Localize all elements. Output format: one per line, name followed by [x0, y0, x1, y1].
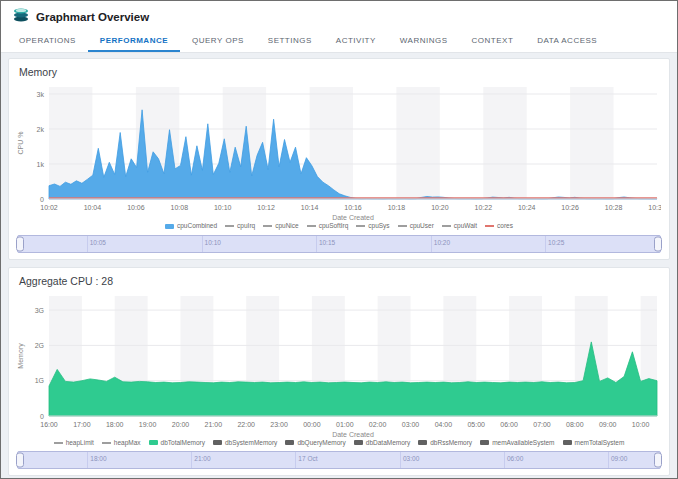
x-tick-label: 10:12: [257, 204, 275, 211]
x-tick-label: 17:00: [73, 421, 91, 428]
legend-item-dbSystemMemory[interactable]: dbSystemMemory: [213, 440, 277, 447]
tab-warnings[interactable]: WARNINGS: [388, 30, 460, 52]
x-axis-title: Date Created: [332, 214, 374, 221]
y-tick-label: 1k: [37, 161, 45, 168]
legend-marker: [102, 442, 111, 444]
x-tick-label: 06:00: [500, 421, 518, 428]
legend-item-memTotalSystem[interactable]: memTotalSystem: [563, 440, 625, 447]
legend-label: dbDataMemory: [366, 440, 410, 447]
window-header: Graphmart Overview: [1, 1, 677, 30]
y-tick-label: 1G: [35, 377, 44, 384]
y-tick-label: 0: [40, 412, 44, 419]
legend-marker: [285, 440, 294, 445]
range-label: 18:00: [90, 456, 106, 463]
tab-activity[interactable]: ACTIVITY: [324, 30, 388, 52]
legend-label: memAvailableSystem: [492, 440, 554, 447]
x-tick-label: 21:00: [205, 421, 223, 428]
legend-item-cores[interactable]: cores: [485, 223, 513, 230]
legend-item-cpuIrq[interactable]: cpuIrq: [225, 223, 255, 230]
range-label: 10:05: [90, 240, 106, 247]
range-label: 06:00: [507, 456, 523, 463]
aggregate-chart-legend: heapLimitheapMaxdbTotalMemorydbSystemMem…: [15, 440, 663, 447]
memory-chart-legend: cpuCombinedcpuIrqcpuNicecpuSoftIrqcpuSys…: [15, 223, 663, 230]
y-axis-title: Memory: [17, 342, 25, 368]
legend-marker: [213, 440, 222, 445]
y-tick-label: 3G: [35, 306, 44, 313]
tab-data-access[interactable]: DATA ACCESS: [525, 30, 609, 52]
tab-performance[interactable]: PERFORMANCE: [88, 30, 180, 52]
x-tick-label: 10:28: [605, 204, 623, 211]
x-tick-label: 20:00: [172, 421, 190, 428]
legend-item-cpuUser[interactable]: cpuUser: [398, 223, 434, 230]
graphmart-overview-window: Graphmart Overview OPERATIONSPERFORMANCE…: [0, 0, 678, 479]
page-title: Graphmart Overview: [36, 11, 149, 23]
legend-label: cpuSys: [368, 223, 389, 230]
range-handle-left[interactable]: [16, 236, 24, 251]
aggregate-memory-chart-svg[interactable]: 01G2G3G16:0017:0018:0019:0020:0021:0022:…: [15, 288, 661, 440]
y-tick-label: 2k: [37, 126, 45, 133]
x-tick-label: 00:00: [303, 421, 321, 428]
x-tick-label: 10:14: [301, 204, 319, 211]
legend-label: dbRssMemory: [430, 440, 472, 447]
legend-marker: [165, 224, 174, 229]
legend-label: cpuWait: [454, 223, 477, 230]
tab-query-ops[interactable]: QUERY OPS: [180, 30, 256, 52]
x-tick-label: 10:00: [632, 421, 650, 428]
legend-marker: [307, 225, 316, 227]
x-tick-label: 10:16: [344, 204, 362, 211]
aggregate-memory-chart[interactable]: 01G2G3G16:0017:0018:0019:0020:0021:0022:…: [15, 288, 663, 440]
x-tick-label: 10:08: [171, 204, 189, 211]
legend-label: dbTotalMemory: [161, 440, 205, 447]
range-gridline: [316, 236, 317, 252]
memory-cpu-chart[interactable]: 01k2k3k10:0210:0410:0610:0810:1010:1210:…: [15, 79, 663, 223]
x-tick-label: 16:00: [40, 421, 58, 428]
range-handle-left[interactable]: [16, 453, 24, 468]
x-tick-label: 10:24: [518, 204, 536, 211]
legend-item-dbQueryMemory[interactable]: dbQueryMemory: [285, 440, 345, 447]
legend-label: cpuCombined: [177, 223, 217, 230]
memory-cpu-chart-svg[interactable]: 01k2k3k10:0210:0410:0610:0810:1010:1210:…: [15, 79, 661, 223]
legend-marker: [263, 225, 272, 227]
legend-item-heapMax[interactable]: heapMax: [102, 440, 141, 447]
legend-item-cpuWait[interactable]: cpuWait: [442, 223, 477, 230]
legend-label: cpuIrq: [237, 223, 255, 230]
legend-marker: [54, 442, 63, 444]
legend-item-dbDataMemory[interactable]: dbDataMemory: [354, 440, 410, 447]
x-tick-label: 10:30: [648, 204, 661, 211]
legend-label: dbSystemMemory: [225, 440, 277, 447]
memory-range-selector[interactable]: 10:0510:1010:1510:2010:25: [17, 235, 661, 253]
legend-item-dbRssMemory[interactable]: dbRssMemory: [418, 440, 472, 447]
range-gridline: [545, 236, 546, 252]
legend-label: cpuSoftIrq: [319, 223, 349, 230]
tab-settings[interactable]: SETTINGS: [256, 30, 324, 52]
x-tick-label: 19:00: [139, 421, 157, 428]
range-handle-right[interactable]: [654, 453, 662, 468]
tab-context[interactable]: CONTEXT: [460, 30, 526, 52]
legend-item-cpuCombined[interactable]: cpuCombined: [165, 223, 217, 230]
range-gridline: [191, 452, 192, 468]
legend-item-cpuSys[interactable]: cpuSys: [356, 223, 389, 230]
legend-item-heapLimit[interactable]: heapLimit: [54, 440, 94, 447]
legend-marker: [485, 225, 494, 227]
x-tick-label: 10:22: [475, 204, 493, 211]
legend-marker: [442, 225, 451, 227]
range-handle-right[interactable]: [654, 236, 662, 251]
legend-item-dbTotalMemory[interactable]: dbTotalMemory: [149, 440, 205, 447]
range-label: 10:25: [548, 240, 564, 247]
memory-panel: Memory 01k2k3k10:0210:0410:0610:0810:101…: [8, 58, 670, 260]
legend-marker: [356, 225, 365, 227]
tab-operations[interactable]: OPERATIONS: [7, 30, 88, 52]
range-gridline: [295, 452, 296, 468]
aggregate-range-selector[interactable]: 18:0021:0017 Oct03:0006:0009:00: [17, 451, 661, 469]
legend-item-cpuNice[interactable]: cpuNice: [263, 223, 298, 230]
range-gridline: [87, 452, 88, 468]
legend-item-memAvailableSystem[interactable]: memAvailableSystem: [480, 440, 554, 447]
x-tick-label: 22:00: [237, 421, 255, 428]
range-label: 10:20: [434, 240, 450, 247]
x-tick-label: 04:00: [435, 421, 453, 428]
y-axis-title: CPU %: [17, 132, 24, 155]
legend-marker: [225, 225, 234, 227]
range-gridline: [431, 236, 432, 252]
legend-item-cpuSoftIrq[interactable]: cpuSoftIrq: [307, 223, 349, 230]
legend-marker: [418, 440, 427, 445]
